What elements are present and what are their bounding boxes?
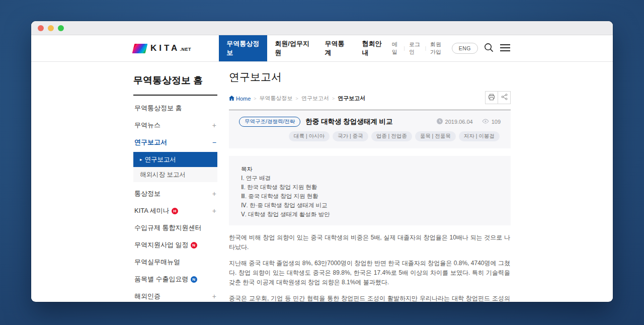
article-tag: 대륙 | 아시아 xyxy=(289,131,330,141)
article-tag: 업종 | 전업종 xyxy=(371,131,412,141)
sidebar-item-label: 무역지원사업 일정N xyxy=(134,240,197,250)
utility-link[interactable]: 회원가입 xyxy=(430,41,446,56)
utility-separator: | xyxy=(425,46,426,51)
window-minimize-button[interactable] xyxy=(48,25,54,31)
badge-n-icon: N xyxy=(191,242,197,249)
window-close-button[interactable] xyxy=(38,25,44,31)
sidebar-item[interactable]: 무역실무매뉴얼 xyxy=(133,254,217,271)
main-nav: 무역통상정보회원/업무지원무역통계협회안내 xyxy=(219,35,392,61)
main-nav-item[interactable]: 협회안내 xyxy=(355,35,392,61)
sidebar-menu: 무역통상정보 홈무역뉴스+연구보고서−▸연구보고서해외시장 보고서통상정보+KI… xyxy=(133,100,217,301)
share-button[interactable] xyxy=(498,91,511,104)
breadcrumb-row: Home>무역통상정보>연구보고서>연구보고서 xyxy=(229,91,511,104)
search-button[interactable] xyxy=(484,42,494,54)
breadcrumb-label: 연구보고서 xyxy=(338,95,365,102)
breadcrumb-separator: > xyxy=(332,96,335,101)
breadcrumb-item[interactable]: 연구보고서 xyxy=(338,95,365,102)
kita-logo-text: KITA.NET xyxy=(150,43,191,53)
sidebar-submenu: ▸연구보고서해외시장 보고서 xyxy=(133,152,217,182)
desktop-background: KITA.NET 무역통상정보회원/업무지원무역통계협회안내 메일|로그인|회원… xyxy=(0,0,644,325)
sidebar-subitem[interactable]: 해외시장 보고서 xyxy=(133,167,217,182)
sidebar-subitem-label: 연구보고서 xyxy=(145,155,177,164)
sidebar-item-label: 무역통상정보 홈 xyxy=(134,104,182,113)
toc-item: Ⅰ. 연구 배경 xyxy=(241,174,499,183)
main-content: 연구보고서 Home>무역통상정보>연구보고서>연구보고서 xyxy=(217,62,511,301)
sidebar-subitem-label: 해외시장 보고서 xyxy=(140,171,186,179)
article-title: 한중 대학생 창업생태계 비교 xyxy=(305,117,392,126)
breadcrumb-item[interactable]: 무역통상정보 xyxy=(260,95,293,102)
window-zoom-button[interactable] xyxy=(58,25,64,31)
toc-item: Ⅴ. 대학생 창업 생태계 활성화 방안 xyxy=(241,210,499,219)
article-meta: 2019.06.04 109 xyxy=(437,118,501,125)
hamburger-icon xyxy=(500,44,511,53)
sidebar: 무역통상정보 홈 무역통상정보 홈무역뉴스+연구보고서−▸연구보고서해외시장 보… xyxy=(133,62,217,301)
page-tools xyxy=(485,91,511,104)
sidebar-item-label: 수입규제 통합지원센터 xyxy=(134,223,202,232)
sidebar-item[interactable]: 통상정보+ xyxy=(133,185,217,202)
site-content: KITA.NET 무역통상정보회원/업무지원무역통계협회안내 메일|로그인|회원… xyxy=(31,35,613,301)
sidebar-title: 무역통상정보 홈 xyxy=(133,74,217,96)
sidebar-item-label: 연구보고서 xyxy=(134,138,167,147)
kita-logo[interactable]: KITA.NET xyxy=(133,35,219,61)
language-button[interactable]: ENG xyxy=(452,43,478,54)
breadcrumb-separator: > xyxy=(254,96,256,101)
toc-item: Ⅲ. 중국 대학생 창업 지원 현황 xyxy=(241,192,499,201)
main-nav-item[interactable]: 무역통계 xyxy=(317,35,354,61)
toc-box: 목차 Ⅰ. 연구 배경Ⅱ. 한국 대학생 창업 지원 현황Ⅲ. 중국 대학생 창… xyxy=(229,156,511,225)
share-icon xyxy=(501,94,508,102)
expand-icon[interactable]: + xyxy=(212,292,216,300)
article-header: 무역구조/경쟁력/전략 한중 대학생 창업생태계 비교 2019.06.04 xyxy=(229,110,511,148)
article-views: 109 xyxy=(492,119,501,125)
sidebar-item-label: KITA 세미나H xyxy=(134,206,178,215)
sidebar-item[interactable]: 무역지원사업 일정N xyxy=(133,236,217,254)
utility-link[interactable]: 로그인 xyxy=(409,41,421,56)
toc-title: 목차 xyxy=(241,165,499,174)
category-badge[interactable]: 무역구조/경쟁력/전략 xyxy=(239,117,300,127)
breadcrumb-item[interactable]: 연구보고서 xyxy=(301,95,329,102)
article-body: 한국에 비해 창업 의향이 있는 중국 대학생의 비중은 5배, 실제 대졸자의… xyxy=(229,233,511,301)
page-body: 무역통상정보 홈 무역통상정보 홈무역뉴스+연구보고서−▸연구보고서해외시장 보… xyxy=(133,62,511,301)
main-nav-item[interactable]: 무역통상정보 xyxy=(219,35,267,61)
sidebar-item-label: 무역뉴스 xyxy=(134,121,160,130)
breadcrumb-label: 무역통상정보 xyxy=(260,95,293,102)
article-date: 2019.06.04 xyxy=(445,119,473,125)
article-tags: 대륙 | 아시아국가 | 중국업종 | 전업종품목 | 전품목저자 | 이봉걸 xyxy=(289,131,501,141)
badge-n-icon: N xyxy=(191,276,197,283)
kita-logo-icon xyxy=(132,44,148,53)
search-icon xyxy=(484,42,494,54)
sidebar-item-label: 무역실무매뉴얼 xyxy=(134,258,180,267)
printer-icon xyxy=(488,94,495,102)
utility-links: 메일|로그인|회원가입 xyxy=(392,41,446,56)
utility-link[interactable]: 메일 xyxy=(392,41,400,56)
breadcrumb-label: 연구보고서 xyxy=(301,95,329,102)
sidebar-subitem[interactable]: ▸연구보고서 xyxy=(133,152,217,167)
expand-icon[interactable]: + xyxy=(212,121,216,129)
sidebar-item[interactable]: KITA 세미나H+ xyxy=(133,202,217,219)
main-nav-item[interactable]: 회원/업무지원 xyxy=(267,35,317,61)
breadcrumb-item[interactable]: Home xyxy=(229,96,251,102)
sidebar-item-label: 품목별 수출입요령N xyxy=(134,275,197,284)
active-marker-icon: ▸ xyxy=(140,157,142,162)
sidebar-item[interactable]: 무역통상정보 홈 xyxy=(133,100,217,117)
sidebar-item[interactable]: 수입규제 통합지원센터 xyxy=(133,219,217,236)
eye-icon xyxy=(482,119,489,125)
expand-icon[interactable]: + xyxy=(212,190,216,198)
site-header: KITA.NET 무역통상정보회원/업무지원무역통계협회안내 메일|로그인|회원… xyxy=(31,35,613,62)
sidebar-item[interactable]: 품목별 수출입요령N xyxy=(133,271,217,288)
article-tag: 저자 | 이봉걸 xyxy=(459,131,500,141)
menu-button[interactable] xyxy=(500,44,511,53)
expand-icon[interactable]: − xyxy=(212,138,216,146)
breadcrumb-label: Home xyxy=(236,96,251,102)
print-button[interactable] xyxy=(485,91,498,104)
header-utility: 메일|로그인|회원가입 ENG xyxy=(392,35,511,61)
article-tag: 품목 | 전품목 xyxy=(415,131,456,141)
window-titlebar[interactable] xyxy=(31,21,613,35)
utility-separator: | xyxy=(404,46,405,51)
toc-item: Ⅳ. 한·중 대학생 창업 생태계 비교 xyxy=(241,201,499,210)
expand-icon[interactable]: + xyxy=(212,207,216,215)
badge-h-icon: H xyxy=(172,208,178,214)
sidebar-item[interactable]: 무역뉴스+ xyxy=(133,117,217,134)
sidebar-item[interactable]: 연구보고서− xyxy=(133,134,217,151)
sidebar-item-label: 해외인증 xyxy=(134,292,160,301)
sidebar-item[interactable]: 해외인증+ xyxy=(133,288,217,301)
